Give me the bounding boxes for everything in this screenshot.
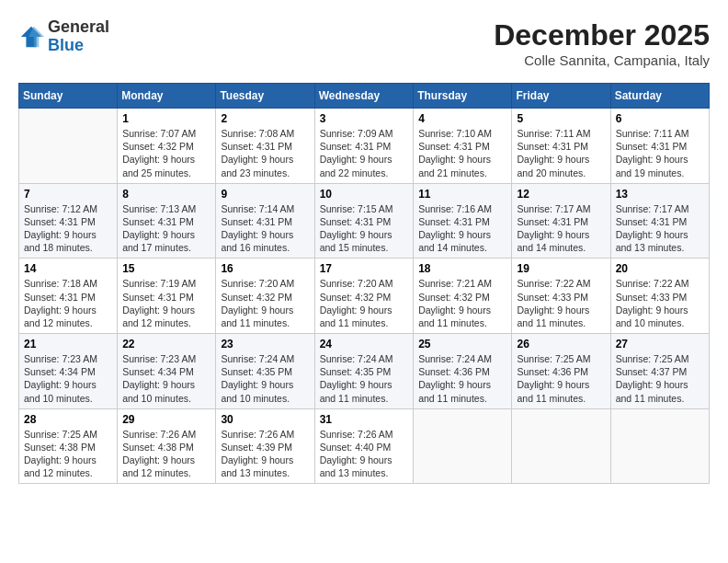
calendar-cell — [414, 408, 512, 484]
day-number: 12 — [517, 188, 605, 201]
calendar-cell: 6Sunrise: 7:11 AMSunset: 4:31 PMDaylight… — [610, 109, 709, 184]
header-cell-thursday: Thursday — [414, 84, 512, 109]
calendar-cell: 14Sunrise: 7:18 AMSunset: 4:31 PMDayligh… — [19, 259, 118, 334]
calendar-cell: 16Sunrise: 7:20 AMSunset: 4:32 PMDayligh… — [216, 259, 314, 334]
day-info: Sunrise: 7:12 AMSunset: 4:31 PMDaylight:… — [24, 202, 112, 255]
day-number: 28 — [24, 413, 112, 426]
month-title: December 2025 — [494, 18, 710, 52]
day-info: Sunrise: 7:20 AMSunset: 4:32 PMDaylight:… — [320, 277, 409, 329]
calendar-cell: 1Sunrise: 7:07 AMSunset: 4:32 PMDaylight… — [118, 109, 216, 184]
day-info: Sunrise: 7:07 AMSunset: 4:32 PMDaylight:… — [122, 127, 210, 179]
logo: General Blue — [18, 18, 109, 55]
day-number: 20 — [616, 262, 704, 275]
calendar-cell: 31Sunrise: 7:26 AMSunset: 4:40 PMDayligh… — [314, 408, 414, 484]
day-info: Sunrise: 7:26 AMSunset: 4:38 PMDaylight:… — [122, 428, 210, 480]
day-number: 18 — [418, 262, 506, 275]
day-number: 16 — [221, 262, 309, 275]
calendar-cell: 13Sunrise: 7:17 AMSunset: 4:31 PMDayligh… — [610, 183, 709, 259]
day-number: 5 — [517, 112, 605, 125]
calendar-cell: 19Sunrise: 7:22 AMSunset: 4:33 PMDayligh… — [512, 259, 610, 334]
day-number: 23 — [221, 338, 309, 350]
day-number: 8 — [122, 188, 210, 201]
day-number: 19 — [517, 262, 605, 275]
calendar-cell: 21Sunrise: 7:23 AMSunset: 4:34 PMDayligh… — [19, 334, 118, 409]
day-number: 7 — [24, 188, 112, 201]
day-number: 9 — [221, 188, 309, 201]
calendar-cell: 24Sunrise: 7:24 AMSunset: 4:35 PMDayligh… — [314, 334, 414, 409]
calendar-cell: 12Sunrise: 7:17 AMSunset: 4:31 PMDayligh… — [512, 183, 610, 259]
calendar-cell: 17Sunrise: 7:20 AMSunset: 4:32 PMDayligh… — [314, 259, 414, 334]
calendar-cell: 4Sunrise: 7:10 AMSunset: 4:31 PMDaylight… — [414, 109, 512, 184]
header-cell-sunday: Sunday — [19, 84, 118, 109]
day-number: 4 — [418, 112, 506, 125]
day-number: 17 — [320, 262, 409, 275]
day-info: Sunrise: 7:23 AMSunset: 4:34 PMDaylight:… — [24, 352, 112, 405]
calendar-cell: 29Sunrise: 7:26 AMSunset: 4:38 PMDayligh… — [118, 408, 216, 484]
day-number: 6 — [616, 112, 704, 125]
day-info: Sunrise: 7:14 AMSunset: 4:31 PMDaylight:… — [221, 202, 309, 255]
calendar-table: SundayMondayTuesdayWednesdayThursdayFrid… — [18, 83, 710, 484]
day-info: Sunrise: 7:21 AMSunset: 4:32 PMDaylight:… — [418, 277, 506, 329]
day-number: 2 — [221, 112, 309, 125]
day-number: 13 — [616, 188, 704, 201]
calendar-cell: 9Sunrise: 7:14 AMSunset: 4:31 PMDaylight… — [216, 183, 314, 259]
day-info: Sunrise: 7:26 AMSunset: 4:40 PMDaylight:… — [320, 428, 409, 480]
day-info: Sunrise: 7:25 AMSunset: 4:38 PMDaylight:… — [24, 428, 112, 480]
calendar-cell: 2Sunrise: 7:08 AMSunset: 4:31 PMDaylight… — [216, 109, 314, 184]
day-info: Sunrise: 7:11 AMSunset: 4:31 PMDaylight:… — [517, 127, 605, 179]
calendar-week-3: 14Sunrise: 7:18 AMSunset: 4:31 PMDayligh… — [19, 259, 710, 334]
day-info: Sunrise: 7:22 AMSunset: 4:33 PMDaylight:… — [517, 277, 605, 329]
calendar-cell: 28Sunrise: 7:25 AMSunset: 4:38 PMDayligh… — [19, 408, 118, 484]
day-number: 3 — [320, 112, 409, 125]
calendar-week-4: 21Sunrise: 7:23 AMSunset: 4:34 PMDayligh… — [19, 334, 710, 409]
day-number: 14 — [24, 262, 112, 275]
calendar-cell: 3Sunrise: 7:09 AMSunset: 4:31 PMDaylight… — [314, 109, 414, 184]
day-info: Sunrise: 7:13 AMSunset: 4:31 PMDaylight:… — [122, 202, 210, 255]
day-info: Sunrise: 7:11 AMSunset: 4:31 PMDaylight:… — [616, 127, 704, 179]
day-number: 24 — [320, 338, 409, 350]
header-cell-monday: Monday — [118, 84, 216, 109]
day-number: 30 — [221, 413, 309, 426]
day-info: Sunrise: 7:25 AMSunset: 4:36 PMDaylight:… — [517, 352, 605, 405]
day-info: Sunrise: 7:10 AMSunset: 4:31 PMDaylight:… — [418, 127, 506, 179]
calendar-body: 1Sunrise: 7:07 AMSunset: 4:32 PMDaylight… — [19, 109, 710, 484]
day-number: 29 — [122, 413, 210, 426]
calendar-cell — [512, 408, 610, 484]
location-subtitle: Colle Sannita, Campania, Italy — [494, 52, 710, 68]
day-number: 1 — [122, 112, 210, 125]
calendar-week-2: 7Sunrise: 7:12 AMSunset: 4:31 PMDaylight… — [19, 183, 710, 259]
calendar-cell: 15Sunrise: 7:19 AMSunset: 4:31 PMDayligh… — [118, 259, 216, 334]
day-info: Sunrise: 7:16 AMSunset: 4:31 PMDaylight:… — [418, 202, 506, 255]
calendar-cell — [610, 408, 709, 484]
header-cell-friday: Friday — [512, 84, 610, 109]
day-number: 15 — [122, 262, 210, 275]
day-info: Sunrise: 7:08 AMSunset: 4:31 PMDaylight:… — [221, 127, 309, 179]
day-info: Sunrise: 7:20 AMSunset: 4:32 PMDaylight:… — [221, 277, 309, 329]
day-number: 11 — [418, 188, 506, 201]
header-cell-wednesday: Wednesday — [314, 84, 414, 109]
day-number: 21 — [24, 338, 112, 350]
calendar-week-5: 28Sunrise: 7:25 AMSunset: 4:38 PMDayligh… — [19, 408, 710, 484]
day-number: 25 — [418, 338, 506, 350]
header-cell-tuesday: Tuesday — [216, 84, 314, 109]
calendar-cell: 30Sunrise: 7:26 AMSunset: 4:39 PMDayligh… — [216, 408, 314, 484]
day-info: Sunrise: 7:18 AMSunset: 4:31 PMDaylight:… — [24, 277, 112, 329]
day-info: Sunrise: 7:17 AMSunset: 4:31 PMDaylight:… — [517, 202, 605, 255]
calendar-cell: 23Sunrise: 7:24 AMSunset: 4:35 PMDayligh… — [216, 334, 314, 409]
day-info: Sunrise: 7:23 AMSunset: 4:34 PMDaylight:… — [122, 352, 210, 405]
day-number: 22 — [122, 338, 210, 350]
calendar-cell: 25Sunrise: 7:24 AMSunset: 4:36 PMDayligh… — [414, 334, 512, 409]
day-number: 31 — [320, 413, 409, 426]
day-info: Sunrise: 7:09 AMSunset: 4:31 PMDaylight:… — [320, 127, 409, 179]
logo-blue-text: Blue — [48, 37, 109, 55]
day-info: Sunrise: 7:17 AMSunset: 4:31 PMDaylight:… — [616, 202, 704, 255]
day-info: Sunrise: 7:25 AMSunset: 4:37 PMDaylight:… — [616, 352, 704, 405]
calendar-cell: 5Sunrise: 7:11 AMSunset: 4:31 PMDaylight… — [512, 109, 610, 184]
day-info: Sunrise: 7:22 AMSunset: 4:33 PMDaylight:… — [616, 277, 704, 329]
day-info: Sunrise: 7:24 AMSunset: 4:36 PMDaylight:… — [418, 352, 506, 405]
day-info: Sunrise: 7:15 AMSunset: 4:31 PMDaylight:… — [320, 202, 409, 255]
logo-text: General Blue — [48, 18, 109, 55]
logo-icon — [18, 24, 44, 50]
header: General Blue December 2025 Colle Sannita… — [18, 18, 710, 68]
calendar-cell: 7Sunrise: 7:12 AMSunset: 4:31 PMDaylight… — [19, 183, 118, 259]
